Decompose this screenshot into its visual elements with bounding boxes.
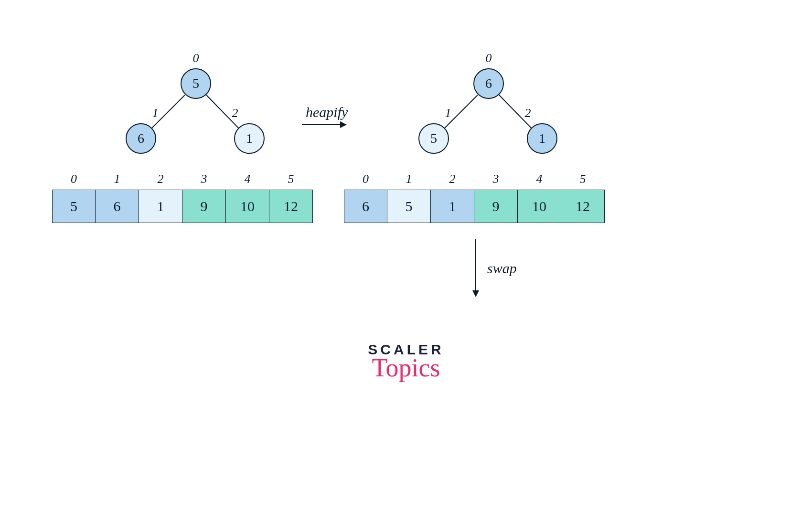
right-array-index-5: 5 — [561, 172, 604, 186]
right-array-cell-2: 12 — [431, 190, 474, 223]
heapify-label: heapify — [306, 104, 348, 120]
left-array-cell-5: 125 — [269, 190, 313, 223]
right-array-cell-0: 60 — [344, 190, 387, 223]
brand-logo: SCALERTopics — [368, 342, 444, 383]
right-array-index-4: 4 — [518, 172, 561, 186]
right-array-cell-3: 93 — [474, 190, 518, 223]
right-tree-node-root-index: 0 — [473, 51, 504, 65]
right-array: 60511293104125 — [344, 190, 605, 223]
left-array-index-4: 4 — [226, 172, 269, 186]
left-array-cell-2: 12 — [139, 190, 182, 223]
right-array-index-3: 3 — [474, 172, 517, 186]
right-array-index-1: 1 — [387, 172, 430, 186]
left-array-cell-1: 61 — [96, 190, 139, 223]
right-array-cell-5: 125 — [561, 190, 605, 223]
right-array-cell-4: 104 — [518, 190, 561, 223]
brand-logo-line2: Topics — [368, 353, 444, 383]
swap-label: swap — [487, 260, 517, 277]
heapify-arrow — [302, 124, 346, 125]
left-array-index-3: 3 — [182, 172, 225, 186]
left-array-cell-4: 104 — [226, 190, 269, 223]
right-array-index-2: 2 — [431, 172, 474, 186]
left-array-index-1: 1 — [96, 172, 139, 186]
left-array-index-5: 5 — [269, 172, 312, 186]
right-array-cell-1: 51 — [387, 190, 431, 223]
left-array-index-2: 2 — [139, 172, 182, 186]
left-array-index-0: 0 — [53, 172, 95, 186]
left-tree-node-root-index: 0 — [181, 51, 211, 65]
right-array-index-0: 0 — [344, 172, 387, 186]
left-array: 50611293104125 — [52, 190, 313, 223]
left-array-cell-3: 93 — [182, 190, 226, 223]
left-array-cell-0: 50 — [52, 190, 96, 223]
swap-arrow — [475, 239, 476, 296]
